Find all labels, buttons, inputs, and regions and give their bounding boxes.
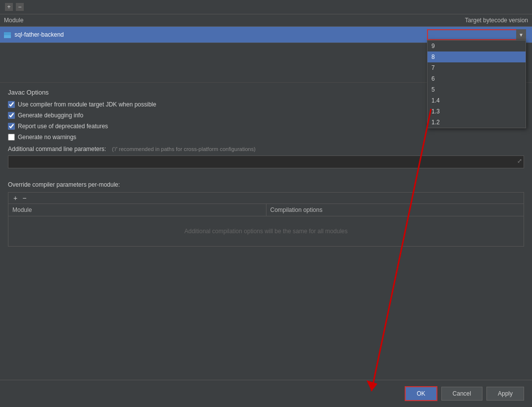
- checkbox-debug-info[interactable]: [8, 112, 15, 119]
- override-remove-button[interactable]: −: [21, 195, 27, 202]
- params-label: Additional command line parameters:: [8, 146, 106, 153]
- module-folder-icon: [4, 32, 11, 38]
- bytecode-dropdown[interactable]: 9 ▼ 9 8 7 6 5 1.4 1.3 1.2: [427, 29, 526, 40]
- params-input[interactable]: [8, 155, 524, 168]
- override-empty-msg: Additional compilation options will be t…: [8, 216, 524, 246]
- bottom-bar: OK Cancel Apply: [0, 380, 532, 407]
- override-empty-row: Additional compilation options will be t…: [8, 216, 524, 247]
- override-table: Module Compilation options Additional co…: [8, 204, 524, 247]
- params-input-row: ⤢: [8, 155, 524, 168]
- checkbox-row-4: Generate no warnings: [8, 134, 524, 141]
- dropdown-item-7[interactable]: 7: [427, 62, 526, 73]
- dropdown-arrow[interactable]: ▼: [516, 29, 526, 40]
- module-table: Module Target bytecode version sql-fathe…: [0, 14, 532, 83]
- title-bar: + −: [0, 0, 532, 14]
- dropdown-item-8[interactable]: 8: [427, 51, 526, 62]
- dropdown-item-5[interactable]: 5: [427, 84, 526, 95]
- remove-button[interactable]: −: [16, 3, 24, 11]
- module-col-header: Module: [0, 14, 423, 27]
- dropdown-item-14[interactable]: 1.4: [427, 95, 526, 106]
- override-add-button[interactable]: +: [12, 195, 18, 202]
- module-name-cell: sql-father-backend: [0, 27, 423, 43]
- cancel-button[interactable]: Cancel: [441, 387, 482, 401]
- dropdown-item-9[interactable]: 9: [427, 41, 526, 51]
- main-content: Module Target bytecode version sql-fathe…: [0, 14, 532, 380]
- dropdown-list[interactable]: 9 8 7 6 5 1.4 1.3 1.2: [427, 40, 526, 128]
- params-hint: ('/' recommended in paths for cross-plat…: [112, 146, 256, 152]
- apply-button[interactable]: Apply: [486, 387, 524, 401]
- dropdown-item-13[interactable]: 1.3: [427, 106, 526, 117]
- override-module-header: Module: [8, 204, 266, 216]
- bytecode-cell: 9 ▼ 9 8 7 6 5 1.4 1.3 1.2: [423, 27, 532, 43]
- bytecode-input[interactable]: 9: [427, 29, 526, 40]
- module-name: sql-father-backend: [14, 31, 63, 38]
- dropdown-item-6[interactable]: 6: [427, 73, 526, 84]
- ok-button[interactable]: OK: [405, 386, 437, 401]
- checkbox-label-4: Generate no warnings: [18, 134, 76, 141]
- checkbox-no-warnings[interactable]: [8, 134, 15, 141]
- checkbox-label-3: Report use of deprecated features: [18, 123, 108, 130]
- params-row: Additional command line parameters: ('/'…: [8, 146, 524, 153]
- module-row[interactable]: sql-father-backend 9 ▼ 9 8 7 6: [0, 27, 532, 43]
- checkbox-label-1: Use compiler from module target JDK when…: [18, 101, 156, 108]
- override-toolbar: + −: [8, 192, 524, 204]
- dropdown-item-12[interactable]: 1.2: [427, 117, 526, 128]
- bytecode-col-header: Target bytecode version: [423, 14, 532, 27]
- override-options-header: Compilation options: [266, 204, 524, 216]
- add-button[interactable]: +: [5, 3, 13, 11]
- checkbox-label-2: Generate debugging info: [18, 112, 83, 119]
- checkbox-deprecated[interactable]: [8, 123, 15, 130]
- override-section: Override compiler parameters per-module:…: [0, 181, 532, 251]
- expand-icon[interactable]: ⤢: [517, 157, 522, 164]
- checkbox-compiler-jdk[interactable]: [8, 101, 15, 108]
- override-title: Override compiler parameters per-module:: [8, 181, 524, 188]
- dialog: + − Module Target bytecode version sql-f…: [0, 0, 532, 407]
